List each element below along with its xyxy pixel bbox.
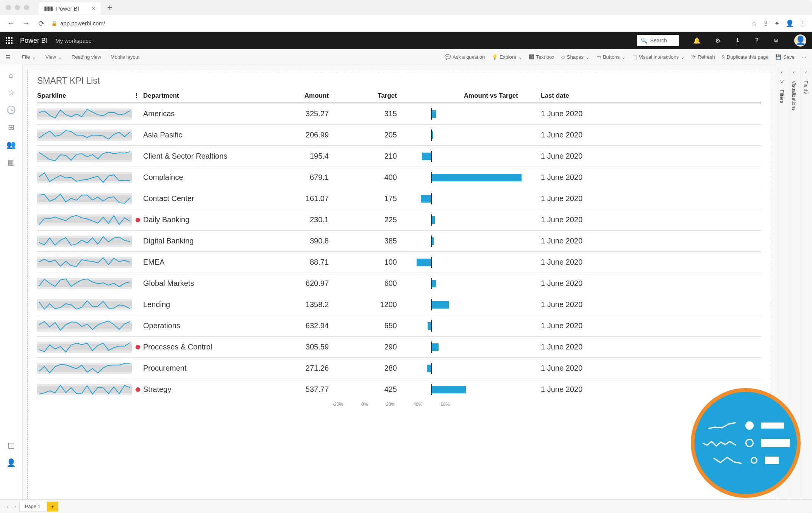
tab-close-icon[interactable]: ×	[92, 5, 96, 12]
reload-button[interactable]: ⟳	[36, 18, 47, 29]
table-row[interactable]: Client & Sector Realtions195.42101 June …	[37, 146, 761, 167]
brand-label[interactable]: Power BI	[20, 37, 48, 45]
amount-cell: 1358.2	[257, 300, 329, 309]
settings-icon[interactable]: ⚙	[715, 37, 720, 44]
text-box-button[interactable]: 🅰 Text box	[529, 54, 554, 60]
forward-button[interactable]: →	[21, 18, 31, 29]
page-tab[interactable]: Page 1	[19, 501, 46, 512]
menu-icon[interactable]: ⋮	[800, 19, 806, 28]
close-window-icon[interactable]	[6, 5, 11, 10]
header-target[interactable]: Target	[329, 92, 397, 100]
workspace-label[interactable]: My workspace	[55, 37, 92, 44]
kpi-visual[interactable]: SMART KPI List Sparkline ! Department Am…	[27, 70, 771, 508]
table-row[interactable]: Complaince679.14001 June 2020	[37, 167, 761, 188]
minimize-window-icon[interactable]	[15, 5, 20, 10]
back-button[interactable]: ←	[6, 18, 16, 29]
home-icon[interactable]: ⌂	[9, 71, 13, 80]
header-alert[interactable]: !	[136, 92, 143, 100]
refresh-button[interactable]: ⟳ Refresh	[692, 54, 715, 60]
window-controls[interactable]	[6, 5, 29, 10]
more-options-icon[interactable]: ⋯	[801, 54, 806, 60]
table-row[interactable]: Lending1358.212001 June 2020	[37, 294, 761, 315]
table-row[interactable]: EMEA88.711001 June 2020	[37, 252, 761, 273]
ask-question-button[interactable]: 💬 Ask a question	[445, 54, 485, 60]
maximize-window-icon[interactable]	[24, 5, 29, 10]
apps-icon[interactable]: ⊞	[8, 123, 14, 132]
table-row[interactable]: Asia Pasific206.992051 June 2020	[37, 125, 761, 146]
header-sparkline[interactable]: Sparkline	[37, 92, 136, 100]
mobile-layout-button[interactable]: Mobile layout	[111, 54, 140, 60]
user-icon[interactable]: 👤	[6, 458, 16, 467]
header-amount-vs-target[interactable]: Amount vs Target	[397, 92, 529, 100]
help-icon[interactable]: ?	[755, 37, 759, 44]
header-department[interactable]: Department	[143, 92, 257, 100]
add-page-button[interactable]: +	[47, 502, 58, 511]
visual-interactions-button[interactable]: ⬚ Visual interactions ⌄	[632, 54, 685, 60]
chevron-left-icon[interactable]: ‹	[781, 69, 783, 75]
header-last-date[interactable]: Last date	[529, 92, 605, 100]
table-row[interactable]: Operations632.946501 June 2020	[37, 315, 761, 337]
variance-bar	[432, 110, 436, 118]
app-launcher-icon[interactable]	[6, 37, 12, 44]
prev-page-button[interactable]: ‹	[4, 502, 11, 511]
table-row[interactable]: Processes & Control305.592901 June 2020	[37, 337, 761, 358]
amount-cell: 632.94	[257, 321, 329, 330]
report-canvas[interactable]: SMART KPI List Sparkline ! Department Am…	[23, 65, 776, 513]
feedback-icon[interactable]: ☺	[773, 37, 779, 44]
workspaces-icon[interactable]: ▥	[8, 157, 15, 167]
url-input[interactable]: 🔒 app.powerbi.com/	[51, 20, 746, 27]
browser-tab[interactable]: ▮▮▮ Power BI ×	[39, 2, 101, 14]
amount-vs-target-cell	[397, 276, 529, 291]
save-button[interactable]: 💾 Save	[775, 54, 795, 60]
shared-icon[interactable]: 👥	[6, 140, 16, 149]
user-avatar[interactable]: 👤	[794, 34, 806, 47]
next-page-button[interactable]: ›	[11, 502, 19, 511]
variance-bar	[428, 322, 431, 330]
last-date-cell: 1 June 2020	[529, 364, 605, 373]
fields-panel[interactable]: ‹ Fields	[800, 65, 812, 513]
department-cell: Client & Sector Realtions	[143, 152, 257, 161]
search-input[interactable]: 🔍 Search	[637, 35, 679, 46]
amount-vs-target-cell	[397, 255, 529, 270]
chevron-left-icon[interactable]: ‹	[805, 69, 807, 75]
header-amount[interactable]: Amount	[257, 92, 329, 100]
shapes-button[interactable]: ◇ Shapes ⌄	[561, 54, 590, 60]
explore-button[interactable]: 💡 Explore ⌄	[492, 54, 522, 60]
axis-line	[431, 214, 432, 226]
reading-view-button[interactable]: Reading view	[72, 54, 101, 60]
buttons-button[interactable]: ▭ Buttons ⌄	[597, 54, 626, 60]
filter-icon: ▽	[780, 79, 784, 84]
table-row[interactable]: Americas325.273151 June 2020	[37, 103, 761, 125]
amount-cell: 305.59	[257, 343, 329, 351]
table-row[interactable]: Digital Banking390.83851 June 2020	[37, 231, 761, 252]
table-row[interactable]: Procurement271.262801 June 2020	[37, 358, 761, 379]
download-icon[interactable]: ⭳	[735, 37, 741, 44]
department-cell: Daily Banking	[143, 215, 257, 224]
cast-icon[interactable]: ⇪	[763, 19, 768, 28]
axis-line	[431, 299, 432, 310]
button-icon: ▭	[597, 54, 601, 60]
view-menu[interactable]: View ⌄	[45, 54, 62, 60]
target-cell: 315	[329, 109, 397, 118]
extension-icon[interactable]: ✦	[774, 19, 780, 28]
new-tab-button[interactable]: +	[105, 2, 115, 13]
hamburger-icon[interactable]: ☰	[6, 54, 11, 60]
chevron-left-icon[interactable]: ‹	[793, 69, 795, 75]
notifications-icon[interactable]: 🔔	[693, 37, 701, 44]
last-date-cell: 1 June 2020	[529, 300, 605, 309]
profile-icon[interactable]: 👤	[785, 19, 794, 28]
duplicate-page-button[interactable]: ⎘ Duplicate this page	[722, 54, 769, 60]
bulb-icon: 💡	[492, 54, 498, 60]
table-row[interactable]: Contact Center161.071751 June 2020	[37, 188, 761, 209]
star-icon[interactable]: ☆	[751, 19, 757, 28]
bar-icon	[761, 423, 784, 429]
table-row[interactable]: Strategy537.774251 June 2020	[37, 379, 761, 400]
file-menu[interactable]: File ⌄	[22, 54, 36, 60]
data-icon[interactable]: ◫	[8, 441, 15, 450]
table-row[interactable]: Global Markets620.976001 June 2020	[37, 273, 761, 294]
favorites-icon[interactable]: ☆	[8, 88, 15, 97]
table-row[interactable]: Daily Banking230.12251 June 2020	[37, 209, 761, 231]
amount-vs-target-cell	[397, 212, 529, 228]
recent-icon[interactable]: 🕓	[6, 105, 16, 114]
amount-vs-target-cell	[397, 170, 529, 185]
